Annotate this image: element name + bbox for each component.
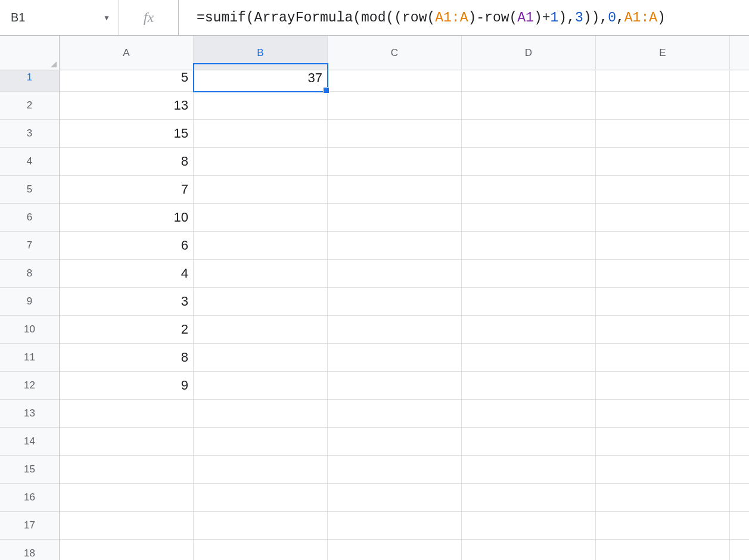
row-header-8[interactable]: 8 xyxy=(0,260,60,288)
cell-partial-row-14[interactable] xyxy=(730,428,749,456)
cell-A9[interactable]: 3 xyxy=(60,288,194,316)
cell-C7[interactable] xyxy=(328,232,462,260)
cell-E16[interactable] xyxy=(596,484,730,512)
cell-B13[interactable] xyxy=(194,400,328,428)
cell-B18[interactable] xyxy=(194,540,328,560)
row-header-3[interactable]: 3 xyxy=(0,120,60,148)
row-header-5[interactable]: 5 xyxy=(0,176,60,204)
cell-partial-row-15[interactable] xyxy=(730,456,749,484)
cell-D9[interactable] xyxy=(462,288,596,316)
formula-input[interactable]: =sumif(ArrayFormula(mod((row(A1:A)-row(A… xyxy=(179,0,749,35)
cell-E17[interactable] xyxy=(596,512,730,540)
cell-C5[interactable] xyxy=(328,176,462,204)
row-header-14[interactable]: 14 xyxy=(0,428,60,456)
cell-A17[interactable] xyxy=(60,512,194,540)
cell-partial-row-6[interactable] xyxy=(730,204,749,232)
cell-E1[interactable] xyxy=(596,64,730,92)
cell-partial-row-16[interactable] xyxy=(730,484,749,512)
cell-C8[interactable] xyxy=(328,260,462,288)
row-header-13[interactable]: 13 xyxy=(0,400,60,428)
cell-E11[interactable] xyxy=(596,344,730,372)
cell-C4[interactable] xyxy=(328,148,462,176)
cell-D2[interactable] xyxy=(462,92,596,120)
cell-C12[interactable] xyxy=(328,372,462,400)
cell-E15[interactable] xyxy=(596,456,730,484)
cell-E13[interactable] xyxy=(596,400,730,428)
cell-B15[interactable] xyxy=(194,456,328,484)
cell-A18[interactable] xyxy=(60,540,194,560)
cell-A8[interactable]: 4 xyxy=(60,260,194,288)
row-header-9[interactable]: 9 xyxy=(0,288,60,316)
cell-D1[interactable] xyxy=(462,64,596,92)
cell-E14[interactable] xyxy=(596,428,730,456)
cell-partial-row-9[interactable] xyxy=(730,288,749,316)
cell-C2[interactable] xyxy=(328,92,462,120)
cell-A11[interactable]: 8 xyxy=(60,344,194,372)
cell-E12[interactable] xyxy=(596,372,730,400)
cell-B11[interactable] xyxy=(194,344,328,372)
row-header-11[interactable]: 11 xyxy=(0,344,60,372)
cell-D11[interactable] xyxy=(462,344,596,372)
cell-B2[interactable] xyxy=(194,92,328,120)
cell-B14[interactable] xyxy=(194,428,328,456)
cell-partial-row-7[interactable] xyxy=(730,232,749,260)
cell-C3[interactable] xyxy=(328,120,462,148)
row-header-6[interactable]: 6 xyxy=(0,204,60,232)
cell-B9[interactable] xyxy=(194,288,328,316)
cell-D7[interactable] xyxy=(462,232,596,260)
cell-D5[interactable] xyxy=(462,176,596,204)
cell-C13[interactable] xyxy=(328,400,462,428)
cell-B8[interactable] xyxy=(194,260,328,288)
cell-E4[interactable] xyxy=(596,148,730,176)
cell-B17[interactable] xyxy=(194,512,328,540)
cell-partial-row-11[interactable] xyxy=(730,344,749,372)
cell-B1[interactable]: 37 xyxy=(193,63,328,92)
cell-B4[interactable] xyxy=(194,148,328,176)
cell-A4[interactable]: 8 xyxy=(60,148,194,176)
cell-E2[interactable] xyxy=(596,92,730,120)
cell-A5[interactable]: 7 xyxy=(60,176,194,204)
cell-C9[interactable] xyxy=(328,288,462,316)
cell-E7[interactable] xyxy=(596,232,730,260)
cell-D6[interactable] xyxy=(462,204,596,232)
row-header-4[interactable]: 4 xyxy=(0,148,60,176)
cell-A16[interactable] xyxy=(60,484,194,512)
cell-partial-row-5[interactable] xyxy=(730,176,749,204)
cell-A3[interactable]: 15 xyxy=(60,120,194,148)
cell-partial-row-13[interactable] xyxy=(730,400,749,428)
cell-partial-row-1[interactable] xyxy=(730,64,749,92)
cell-partial-row-2[interactable] xyxy=(730,92,749,120)
cell-B12[interactable] xyxy=(194,372,328,400)
cell-E3[interactable] xyxy=(596,120,730,148)
row-header-15[interactable]: 15 xyxy=(0,456,60,484)
row-header-2[interactable]: 2 xyxy=(0,92,60,120)
cell-B3[interactable] xyxy=(194,120,328,148)
cell-C10[interactable] xyxy=(328,316,462,344)
spreadsheet-grid[interactable]: ABCDE15372133154857610768493102118129131… xyxy=(0,36,749,560)
row-header-7[interactable]: 7 xyxy=(0,232,60,260)
cell-D3[interactable] xyxy=(462,120,596,148)
cell-A13[interactable] xyxy=(60,400,194,428)
row-header-12[interactable]: 12 xyxy=(0,372,60,400)
cell-C6[interactable] xyxy=(328,204,462,232)
cell-A7[interactable]: 6 xyxy=(60,232,194,260)
cell-E10[interactable] xyxy=(596,316,730,344)
row-header-16[interactable]: 16 xyxy=(0,484,60,512)
cell-A14[interactable] xyxy=(60,428,194,456)
cell-D15[interactable] xyxy=(462,456,596,484)
cell-B16[interactable] xyxy=(194,484,328,512)
cell-D14[interactable] xyxy=(462,428,596,456)
cell-E6[interactable] xyxy=(596,204,730,232)
row-header-17[interactable]: 17 xyxy=(0,512,60,540)
cell-A12[interactable]: 9 xyxy=(60,372,194,400)
cell-D16[interactable] xyxy=(462,484,596,512)
cell-D17[interactable] xyxy=(462,512,596,540)
cell-C18[interactable] xyxy=(328,540,462,560)
cell-B5[interactable] xyxy=(194,176,328,204)
row-header-10[interactable]: 10 xyxy=(0,316,60,344)
cell-A2[interactable]: 13 xyxy=(60,92,194,120)
cell-partial-row-17[interactable] xyxy=(730,512,749,540)
cell-A10[interactable]: 2 xyxy=(60,316,194,344)
cell-C14[interactable] xyxy=(328,428,462,456)
cell-D18[interactable] xyxy=(462,540,596,560)
